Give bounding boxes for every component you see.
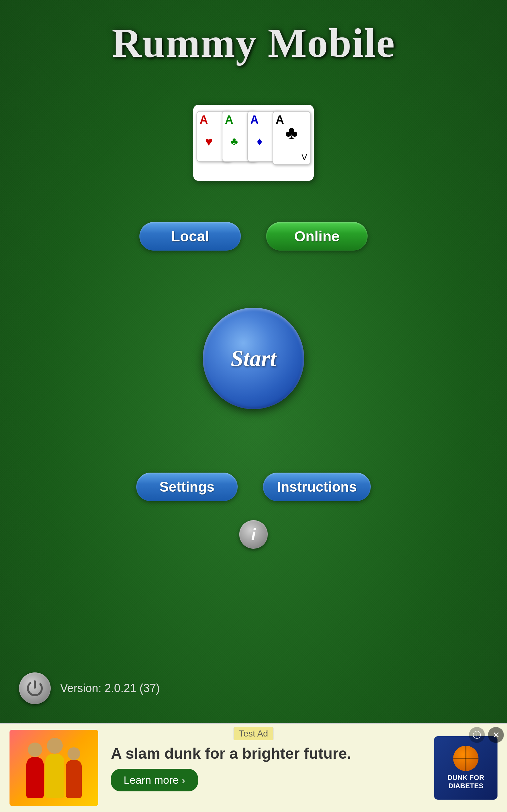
ad-logo-line2: DIABETES	[448, 782, 483, 790]
ad-logo: DUNK FOR DIABETES	[434, 736, 498, 800]
cards-display: A ♥ A ♣ A ♦ A ♣ A	[193, 105, 314, 181]
instructions-button[interactable]: Instructions	[263, 473, 371, 501]
card-4-suit-main: ♣	[285, 122, 297, 144]
card-4-suit-bottom: A	[301, 152, 307, 162]
app-title: Rummy Mobile	[112, 19, 395, 67]
card-2-suit: ♣	[230, 135, 238, 148]
info-button[interactable]: i	[239, 520, 268, 549]
power-version-container: Version: 2.0.21 (37)	[19, 672, 160, 704]
power-button[interactable]	[19, 672, 51, 704]
ad-text: A slam dunk for a brighter future.	[111, 745, 421, 763]
start-button-container: Start	[203, 308, 304, 409]
cards-image: A ♥ A ♣ A ♦ A ♣ A	[193, 105, 314, 181]
online-button[interactable]: Online	[266, 222, 368, 251]
card-4: A ♣ A	[273, 111, 311, 165]
ad-logo-line1: DUNK FOR	[447, 774, 484, 782]
ad-learn-more-button[interactable]: Learn more ›	[111, 769, 198, 792]
start-button[interactable]: Start	[203, 308, 304, 409]
card-3-suit: ♦	[257, 135, 262, 148]
action-buttons-container: Settings Instructions	[136, 473, 371, 501]
ad-banner: Test Ad A slam dunk for a brighter futur…	[0, 723, 507, 812]
ad-info-button[interactable]: ⓘ	[469, 727, 485, 743]
ad-image	[9, 730, 98, 806]
ad-content: A slam dunk for a brighter future. Learn…	[98, 745, 434, 792]
version-label: Version: 2.0.21 (37)	[60, 681, 160, 695]
ad-close-button[interactable]: ✕	[488, 727, 504, 743]
local-button[interactable]: Local	[139, 222, 241, 251]
card-1-suit: ♥	[205, 134, 213, 148]
power-icon	[25, 679, 44, 698]
info-button-container: i	[239, 520, 268, 549]
mode-buttons-container: Local Online	[139, 222, 368, 251]
ad-test-label: Test Ad	[233, 727, 274, 740]
settings-button[interactable]: Settings	[136, 473, 238, 501]
